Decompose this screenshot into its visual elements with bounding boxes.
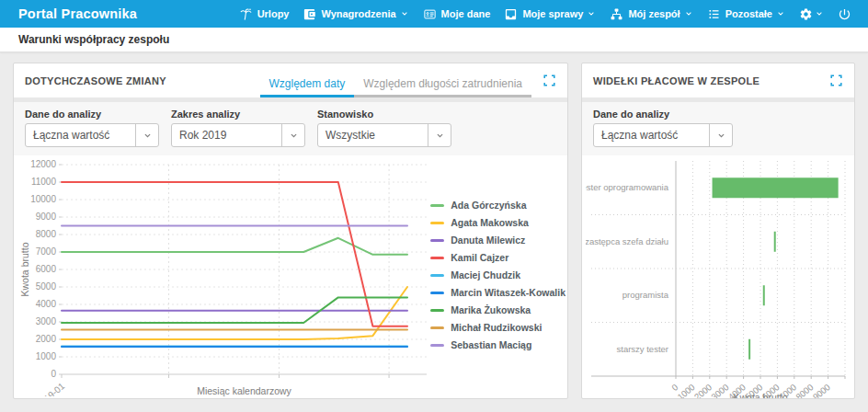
svg-text:10000: 10000: [30, 194, 56, 204]
svg-text:Kwota brutto: Kwota brutto: [734, 392, 788, 399]
nav-item-moj-zespol[interactable]: Mój zespół: [610, 7, 692, 21]
legend-item-kamil-cajzer[interactable]: Kamil Cajzer: [430, 252, 565, 263]
legend-swatch: [430, 344, 444, 347]
svg-text:5000: 5000: [36, 281, 57, 292]
svg-text:6000: 6000: [36, 264, 57, 274]
legend-swatch: [430, 326, 444, 329]
nav-item-moje-dane[interactable]: Moje dane: [423, 7, 491, 21]
gear-icon: [799, 7, 813, 21]
select-stanowisko[interactable]: Wszystkie: [317, 123, 451, 147]
svg-text:4000: 4000: [36, 299, 57, 309]
svg-text:12000: 12000: [30, 159, 56, 169]
left-panel-tabs: Względem datyWzględem długości zatrudnie…: [260, 69, 531, 97]
svg-text:Kwota brutto: Kwota brutto: [19, 242, 30, 296]
main-content: DOTYCHCZASOWE ZMIANY Względem datyWzględ…: [0, 52, 868, 409]
fullscreen-icon[interactable]: [542, 74, 556, 87]
nav-item-moje-sprawy[interactable]: Moje sprawy: [504, 7, 596, 21]
range-bar-tester-oprogramowania: [713, 177, 839, 198]
legend-item-danuta-milewicz[interactable]: Danuta Milewicz: [430, 235, 565, 246]
nav-item-label: Moje dane: [441, 8, 491, 19]
svg-text:7000: 7000: [36, 246, 57, 257]
legend-label: Kamil Cajzer: [451, 252, 508, 263]
palm-tree-icon: [239, 7, 253, 21]
legend-item-agata-makowska[interactable]: Agata Makowska: [430, 217, 565, 228]
nav-item-pozostale[interactable]: Pozostałe: [707, 7, 785, 21]
filter-label: Stanowisko: [317, 109, 451, 120]
logout-button[interactable]: [838, 7, 851, 21]
legend-swatch: [430, 274, 444, 277]
legend-swatch: [430, 257, 444, 259]
fullscreen-icon[interactable]: [829, 74, 843, 87]
svg-text:9000: 9000: [36, 212, 57, 222]
nav-item-label: Urlopy: [257, 8, 290, 19]
power-icon: [838, 7, 851, 21]
select-dane-do-analizy[interactable]: Łączna wartość: [25, 123, 159, 147]
legend-label: Marika Żukowska: [451, 304, 531, 315]
navbar-menu: UrlopyWynagrodzeniaMoje daneMoje sprawyM…: [239, 7, 851, 21]
svg-text:programista: programista: [622, 290, 669, 300]
line-chart-svg: 0100020003000400050006000700080009000100…: [17, 157, 428, 396]
nav-item-label: Moje sprawy: [522, 8, 583, 19]
chevron-down-icon: [684, 9, 693, 18]
legend-swatch: [430, 292, 444, 294]
chevron-down-icon: [435, 131, 445, 141]
legend-label: Sebastian Maciąg: [451, 339, 531, 350]
inbox-icon: [504, 7, 518, 21]
select-value: Rok 2019: [172, 129, 281, 142]
legend-item-ada-gorczynska[interactable]: Ada Górczyńska: [430, 200, 565, 211]
chevron-down-icon: [815, 9, 824, 18]
filter-zakres-analizy: Zakres analizyRok 2019: [171, 109, 305, 147]
chevron-down-icon: [281, 124, 304, 146]
legend-item-marika-zukowska[interactable]: Marika Żukowska: [430, 304, 565, 315]
chevron-down-icon: [135, 124, 158, 146]
svg-text:tester oprogramowania: tester oprogramowania: [586, 182, 669, 192]
legend-swatch: [430, 222, 444, 224]
legend-item-sebastian-maciag[interactable]: Sebastian Maciąg: [430, 339, 565, 350]
nav-item-label: Mój zespół: [628, 8, 680, 19]
top-navbar: Portal Pracownika UrlopyWynagrodzeniaMoj…: [0, 0, 868, 28]
filter-label: Dane do analizy: [593, 109, 733, 120]
filter-label: Dane do analizy: [25, 109, 159, 120]
chevron-down-icon: [776, 9, 785, 18]
legend-item-marcin-witaszek-kowalik[interactable]: Marcin Witaszek-Kowalik: [430, 287, 565, 298]
chevron-down-icon: [587, 9, 596, 18]
chevron-down-icon: [400, 9, 409, 18]
legend-item-maciej-chudzik[interactable]: Maciej Chudzik: [430, 269, 565, 280]
nav-item-urlopy[interactable]: Urlopy: [239, 7, 290, 21]
right-panel-title: WIDEŁKI PŁACOWE W ZESPOLE: [593, 75, 760, 86]
right-panel-filters: Dane do analizyŁączna wartość: [582, 97, 854, 155]
select-zakres-analizy[interactable]: Rok 2019: [171, 123, 305, 147]
filter-dane-do-analizy: Dane do analizyŁączna wartość: [25, 109, 159, 147]
select-dane-do-analizy[interactable]: Łączna wartość: [593, 123, 733, 147]
settings-button[interactable]: [799, 7, 824, 21]
bar-chart-area: tester oprogramowaniazastępca szefa dzia…: [582, 155, 854, 399]
legend-label: Maciej Chudzik: [451, 269, 520, 280]
svg-text:3000: 3000: [36, 316, 57, 326]
left-panel-header: DOTYCHCZASOWE ZMIANY Względem datyWzględ…: [14, 63, 567, 97]
chevron-down-icon: [428, 124, 451, 146]
svg-text:Miesiąc kalendarzowy: Miesiąc kalendarzowy: [197, 385, 291, 396]
legend-label: Ada Górczyńska: [451, 200, 526, 211]
svg-text:11000: 11000: [31, 177, 57, 187]
nav-item-wynagrodzenia[interactable]: Wynagrodzenia: [303, 7, 408, 21]
range-bar-programista: [763, 285, 765, 305]
id-card-icon: [423, 7, 437, 21]
legend-swatch: [430, 204, 444, 207]
select-value: Łączna wartość: [594, 129, 709, 142]
org-chart-icon: [610, 7, 623, 21]
legend-item-michal-rudzikowski[interactable]: Michał Rudzikowski: [430, 322, 565, 333]
right-panel-header: WIDEŁKI PŁACOWE W ZESPOLE: [582, 63, 854, 97]
chevron-down-icon: [684, 9, 693, 18]
chevron-down-icon: [400, 9, 409, 18]
tab-wzgledem-dlugosci-zatrudnienia[interactable]: Względem długości zatrudnienia: [354, 69, 531, 97]
range-bar-zastepca-szefa-dzialu: [774, 232, 776, 252]
tab-wzgledem-daty[interactable]: Względem daty: [260, 69, 355, 97]
legend-label: Michał Rudzikowski: [451, 322, 542, 333]
nav-item-label: Wynagrodzenia: [321, 8, 395, 19]
breadcrumb-bar: Warunki współpracy zespołu: [0, 28, 868, 52]
line-chart-area: 0100020003000400050006000700080009000100…: [14, 155, 567, 396]
app-title: Portal Pracownika: [18, 6, 137, 21]
panel-widelki-placowe: WIDEŁKI PŁACOWE W ZESPOLE Dane do analiz…: [581, 63, 855, 399]
line-chart-legend: Ada GórczyńskaAgata MakowskaDanuta Milew…: [428, 154, 565, 396]
chevron-down-icon: [587, 9, 596, 18]
